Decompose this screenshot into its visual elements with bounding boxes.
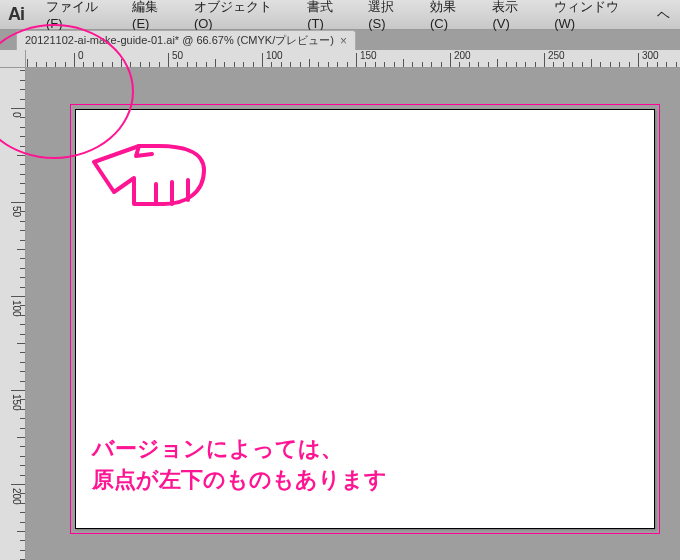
ruler-v-tick xyxy=(20,493,25,494)
ruler-h-tick xyxy=(412,62,413,67)
ruler-h-tick xyxy=(488,62,489,67)
ruler-h-tick xyxy=(328,62,329,67)
ruler-h-tick xyxy=(450,53,451,67)
ruler-v-tick xyxy=(20,522,25,523)
ruler-v-tick xyxy=(20,230,25,231)
ruler-v-tick xyxy=(20,268,25,269)
ruler-v-tick xyxy=(17,437,25,438)
ruler-h-label: 50 xyxy=(172,50,183,61)
ruler-h-tick xyxy=(610,62,611,67)
ruler-h-tick xyxy=(600,62,601,67)
ruler-h-tick xyxy=(224,62,225,67)
ruler-v-tick xyxy=(17,531,25,532)
ruler-v-tick xyxy=(20,287,25,288)
ruler-v-tick xyxy=(11,202,25,203)
ruler-v-tick xyxy=(11,484,25,485)
menu-help[interactable]: ヘ xyxy=(647,6,680,24)
ruler-v-tick xyxy=(11,390,25,391)
ruler-h-tick xyxy=(572,62,573,67)
ruler-h-tick xyxy=(253,62,254,67)
ruler-h-tick xyxy=(196,62,197,67)
menu-effect[interactable]: 効果(C) xyxy=(420,0,482,31)
artboard-bleed: バージョンによっては、 原点が左下のものもあります xyxy=(70,104,660,534)
ruler-h-label: 200 xyxy=(454,50,471,61)
ruler-origin-corner[interactable] xyxy=(0,50,26,68)
menu-select[interactable]: 選択(S) xyxy=(358,0,420,31)
ruler-v-tick xyxy=(17,249,25,250)
ruler-v-tick xyxy=(20,475,25,476)
ruler-v-tick xyxy=(20,127,25,128)
ruler-v-tick xyxy=(20,89,25,90)
ruler-h-tick xyxy=(666,62,667,67)
ruler-v-tick xyxy=(20,146,25,147)
canvas-area[interactable]: バージョンによっては、 原点が左下のものもあります xyxy=(26,68,680,560)
ruler-h-label: 300 xyxy=(642,50,659,61)
horizontal-ruler[interactable]: 050100150200250300 xyxy=(26,50,680,68)
ruler-v-tick xyxy=(20,183,25,184)
ruler-h-tick xyxy=(516,62,517,67)
ruler-v-tick xyxy=(17,155,25,156)
ruler-v-tick xyxy=(20,117,25,118)
ruler-h-tick xyxy=(318,62,319,67)
ruler-h-tick xyxy=(657,62,658,67)
ruler-v-tick xyxy=(20,221,25,222)
document-tab[interactable]: 20121102-ai-make-guide-01.ai* @ 66.67% (… xyxy=(16,30,356,50)
ruler-h-tick xyxy=(46,62,47,67)
pointing-hand-icon xyxy=(84,122,224,222)
ruler-v-tick xyxy=(20,381,25,382)
ruler-h-tick xyxy=(422,62,423,67)
ruler-h-label: 250 xyxy=(548,50,565,61)
ruler-v-tick xyxy=(11,108,25,109)
ruler-v-tick xyxy=(20,371,25,372)
annotation-line2: 原点が左下のものもあります xyxy=(92,465,387,496)
ruler-h-tick xyxy=(83,62,84,67)
ruler-v-tick xyxy=(20,456,25,457)
ruler-h-label: 0 xyxy=(78,50,84,61)
menu-window[interactable]: ウィンドウ(W) xyxy=(544,0,647,31)
ruler-v-tick xyxy=(20,174,25,175)
ruler-h-tick xyxy=(309,59,310,67)
ruler-h-tick xyxy=(365,62,366,67)
ruler-h-tick xyxy=(121,59,122,67)
ruler-h-tick xyxy=(591,59,592,67)
ruler-h-tick xyxy=(535,62,536,67)
ruler-h-tick xyxy=(553,62,554,67)
ruler-h-label: 150 xyxy=(360,50,377,61)
ruler-v-tick xyxy=(20,512,25,513)
menu-type[interactable]: 書式(T) xyxy=(297,0,358,31)
ruler-h-tick xyxy=(384,62,385,67)
ruler-v-tick xyxy=(20,70,25,71)
menu-view[interactable]: 表示(V) xyxy=(482,0,544,31)
ruler-h-tick xyxy=(619,62,620,67)
ruler-v-tick xyxy=(20,550,25,551)
ruler-h-tick xyxy=(403,59,404,67)
ruler-h-tick xyxy=(563,62,564,67)
ruler-h-tick xyxy=(177,62,178,67)
ruler-h-tick xyxy=(27,59,28,67)
ruler-v-tick xyxy=(20,428,25,429)
ruler-h-tick xyxy=(337,62,338,67)
vertical-ruler[interactable]: 050100150200250 xyxy=(0,68,26,560)
ruler-h-tick xyxy=(271,62,272,67)
ruler-h-tick xyxy=(65,62,66,67)
menubar: Ai ファイル(F) 編集(E) オブジェクト(O) 書式(T) 選択(S) 効… xyxy=(0,0,680,30)
tab-close-icon[interactable]: × xyxy=(340,34,347,48)
ruler-v-tick xyxy=(20,164,25,165)
ruler-v-tick xyxy=(20,334,25,335)
ruler-h-tick xyxy=(74,53,75,67)
ruler-h-tick xyxy=(102,62,103,67)
ruler-v-tick xyxy=(20,315,25,316)
ruler-v-tick xyxy=(20,324,25,325)
ruler-h-tick xyxy=(300,62,301,67)
ruler-h-tick xyxy=(347,62,348,67)
ruler-h-tick xyxy=(478,62,479,67)
menu-file[interactable]: ファイル(F) xyxy=(36,0,122,31)
menu-object[interactable]: オブジェクト(O) xyxy=(184,0,297,31)
ruler-v-tick xyxy=(20,277,25,278)
ruler-v-tick xyxy=(20,240,25,241)
menu-edit[interactable]: 編集(E) xyxy=(122,0,184,31)
ruler-h-tick xyxy=(215,59,216,67)
ruler-h-tick xyxy=(638,53,639,67)
ruler-h-tick xyxy=(234,62,235,67)
ruler-h-tick xyxy=(281,62,282,67)
